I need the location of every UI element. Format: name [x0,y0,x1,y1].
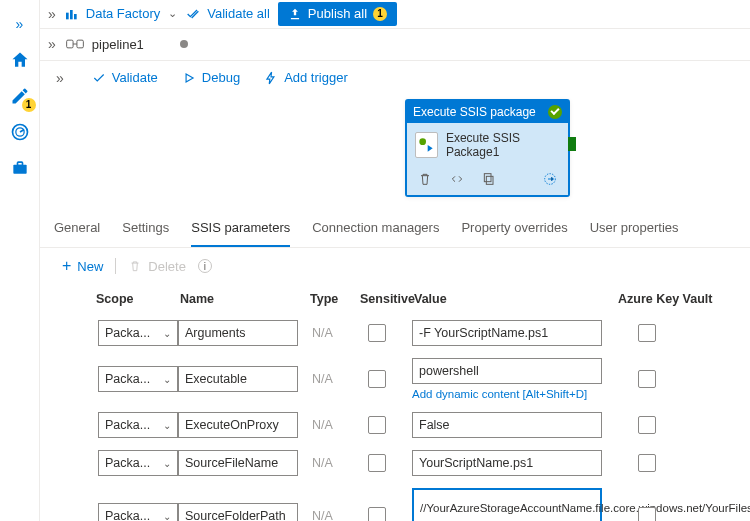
activities-expand[interactable]: » [56,70,64,86]
sensitive-checkbox[interactable] [368,507,386,521]
svg-point-9 [420,138,427,145]
main-column: » Data Factory ⌄ Validate all Publish al… [40,0,750,521]
scope-dropdown[interactable]: Packa...⌄ [98,320,178,346]
col-type: Type [308,292,358,306]
pipeline-canvas[interactable]: Execute SSIS package Execute SSIS Packag… [40,95,750,211]
home-icon [10,50,30,70]
parameters-grid: Scope Name Type Sensitive Value Azure Ke… [40,278,750,521]
node-header: Execute SSIS package [407,101,568,123]
grid-header-row: Scope Name Type Sensitive Value Azure Ke… [54,284,736,314]
name-input[interactable]: SourceFileName [178,450,298,476]
top-toolbar: » Data Factory ⌄ Validate all Publish al… [40,0,750,29]
tab-settings[interactable]: Settings [122,210,169,247]
add-output-icon[interactable] [542,171,558,187]
rail-home[interactable] [0,42,40,78]
value-input[interactable]: //YourAzureStorageAccountName.file.core.… [412,488,602,521]
svg-rect-8 [77,40,83,48]
publish-all-button[interactable]: Publish all 1 [278,2,397,26]
col-akv: Azure Key Vault [616,292,716,306]
value-input[interactable]: False [412,412,602,438]
name-input[interactable]: ExecuteOnProxy [178,412,298,438]
delete-icon[interactable] [417,171,433,187]
panel-expand-button[interactable]: » [48,6,56,22]
svg-rect-4 [66,12,69,19]
validate-label: Validate [112,70,158,85]
col-name: Name [178,292,308,306]
name-input[interactable]: SourceFolderPath [178,503,298,521]
tab-pipeline1[interactable]: pipeline1 [66,37,188,52]
check-all-icon [185,6,201,22]
upload-icon [288,7,302,21]
pipeline-actions: » Validate Debug Add trigger [40,61,750,95]
validate-button[interactable]: Validate [92,70,158,85]
table-row: Packa...⌄SourceFolderPathN/A//YourAzureS… [54,482,736,521]
code-icon[interactable] [449,171,465,187]
scope-dropdown[interactable]: Packa...⌄ [98,503,178,521]
col-value: Value [412,292,616,306]
add-trigger-button[interactable]: Add trigger [264,70,348,85]
tab-ssis-parameters[interactable]: SSIS parameters [191,210,290,247]
scope-dropdown[interactable]: Packa...⌄ [98,450,178,476]
param-toolbar: + New Delete i [40,248,750,278]
info-icon[interactable]: i [198,259,212,273]
node-header-label: Execute SSIS package [413,105,536,119]
type-cell: N/A [308,372,358,386]
delete-button: Delete [128,259,186,274]
value-input[interactable]: -F YourScriptName.ps1 [412,320,602,346]
name-input[interactable]: Arguments [178,320,298,346]
akv-checkbox[interactable] [638,416,656,434]
svg-rect-6 [74,14,77,19]
publish-all-label: Publish all [308,6,367,21]
tab-connection-managers[interactable]: Connection managers [312,210,439,247]
sensitive-checkbox[interactable] [368,370,386,388]
rail-expand-button[interactable]: » [0,6,40,42]
type-cell: N/A [308,456,358,470]
sensitive-checkbox[interactable] [368,324,386,342]
debug-button[interactable]: Debug [182,70,240,85]
copy-icon[interactable] [481,171,497,187]
add-dynamic-content-link[interactable]: Add dynamic content [Alt+Shift+D] [412,386,616,400]
rail-monitor[interactable] [0,114,40,150]
validate-all-button[interactable]: Validate all [185,6,270,22]
akv-checkbox[interactable] [638,324,656,342]
node-footer [407,167,568,195]
new-button[interactable]: + New [62,259,103,274]
svg-rect-7 [66,40,72,48]
table-row: Packa...⌄ExecutableN/ApowershellAdd dyna… [54,352,736,406]
tab-general[interactable]: General [54,210,100,247]
akv-checkbox[interactable] [638,370,656,388]
rail-manage[interactable] [0,150,40,186]
factory-dropdown[interactable]: Data Factory ⌄ [64,6,177,22]
app-root: » 1 » Data Factory ⌄ Validate all [0,0,750,521]
table-row: Packa...⌄SourceFileNameN/AYourScriptName… [54,444,736,482]
type-cell: N/A [308,326,358,340]
factory-label: Data Factory [86,6,160,21]
author-badge: 1 [22,98,36,112]
value-input[interactable]: powershell [412,358,602,384]
sensitive-checkbox[interactable] [368,454,386,472]
node-title: Execute SSIS Package1 [446,131,560,159]
publish-count-badge: 1 [373,7,387,21]
play-icon [182,71,196,85]
tab-user-properties[interactable]: User properties [590,210,679,247]
status-ok-icon [548,105,562,119]
value-input[interactable]: YourScriptName.ps1 [412,450,602,476]
tab-property-overrides[interactable]: Property overrides [461,210,567,247]
akv-checkbox[interactable] [638,507,656,521]
node-success-connector[interactable] [568,137,576,151]
svg-rect-10 [486,176,493,184]
rail-author[interactable]: 1 [0,78,40,114]
plus-icon: + [62,259,71,273]
sensitive-checkbox[interactable] [368,416,386,434]
tab-panel-expand[interactable]: » [48,36,56,52]
name-input[interactable]: Executable [178,366,298,392]
debug-label: Debug [202,70,240,85]
dirty-indicator [180,40,188,48]
trigger-icon [264,71,278,85]
chevron-down-icon: ⌄ [168,7,177,20]
activity-node[interactable]: Execute SSIS package Execute SSIS Packag… [405,99,570,197]
akv-checkbox[interactable] [638,454,656,472]
scope-dropdown[interactable]: Packa...⌄ [98,366,178,392]
scope-dropdown[interactable]: Packa...⌄ [98,412,178,438]
trash-icon [128,259,142,273]
